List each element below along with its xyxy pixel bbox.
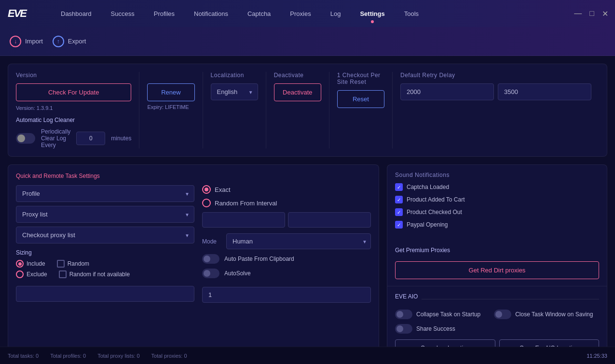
share-success-toggle[interactable] [395, 324, 412, 334]
checkout-proxy-select[interactable]: Checkout proxy list [16, 227, 194, 243]
cart-label: Product Added To Cart [407, 196, 465, 203]
nav-log[interactable]: Log [321, 6, 351, 21]
mode-label: Mode [202, 238, 221, 245]
nav-dashboard[interactable]: Dashboard [51, 6, 101, 21]
log-interval-input[interactable] [76, 132, 105, 145]
expiry-text: Expiry: LIFETIME [147, 104, 194, 110]
maximize-button[interactable]: □ [588, 7, 596, 20]
import-icon: ↓ [10, 36, 21, 47]
nav-profiles[interactable]: Profiles [144, 6, 184, 21]
close-button[interactable]: ✕ [600, 7, 610, 20]
sound-cart-item[interactable]: Product Added To Cart [395, 196, 599, 203]
exact-option[interactable]: Exact [202, 185, 371, 194]
paypal-checkbox [395, 221, 403, 229]
open-log-location-button[interactable]: Open Log Location [395, 339, 495, 347]
quick-right-col: Exact Random From Interval Mode [202, 185, 371, 303]
random-interval-radio [202, 199, 211, 207]
deactivate-button[interactable]: Deactivate [274, 83, 321, 101]
export-button[interactable]: ↑ Export [53, 36, 86, 47]
exclude-option[interactable]: Exclude [16, 270, 47, 278]
sizing-exclude-row: Exclude Random if not available [16, 270, 194, 278]
checkout-label: Product Checked Out [407, 209, 462, 216]
retry-input-1[interactable] [400, 83, 494, 100]
autosolve-toggle[interactable] [202, 269, 219, 278]
sizing-input[interactable] [16, 286, 194, 302]
eveaio-title: EVE AIO [395, 293, 418, 300]
bottom-row: Quick and Remote Task Settings Profile ▼ [8, 164, 607, 347]
close-window-label: Close Task Window on Saving [515, 311, 593, 318]
renew-button[interactable]: Renew [147, 83, 194, 101]
collapse-task-toggle[interactable] [395, 310, 412, 319]
sizing-section: Sizing Include Random [16, 249, 194, 302]
nav-proxies[interactable]: Proxies [280, 6, 320, 21]
random-option[interactable]: Random [57, 260, 89, 268]
collapse-task-label: Collapse Task on Startup [416, 311, 480, 318]
proxy-list-select[interactable]: Proxy list [16, 206, 194, 223]
share-success-label: Share Success [416, 325, 455, 332]
nav-notifications[interactable]: Notifications [184, 6, 238, 21]
collapse-task-row: Collapse Task on Startup Close Task Wind… [395, 310, 599, 319]
auto-paste-toggle[interactable] [202, 254, 219, 264]
deactivate-section: Deactivate Deactivate [266, 72, 329, 148]
version-section: Version Check For Update Version: 1.3.9.… [16, 72, 139, 148]
status-time: 11:25:33 [587, 353, 607, 359]
random-interval-option[interactable]: Random From Interval [202, 199, 371, 207]
interval-input-1[interactable] [202, 212, 285, 228]
open-eve-location-button[interactable]: Open EveAIO Location [499, 339, 600, 347]
random-if-option[interactable]: Random if not available [59, 270, 130, 278]
status-tasks: Total tasks: 0 [8, 353, 39, 359]
auto-paste-label: Auto Paste From Clipboard [224, 256, 294, 262]
right-panel: Sound Notifications Captcha Loaded Produ… [387, 164, 607, 347]
random-interval-label: Random From Interval [215, 200, 277, 207]
language-select[interactable]: English French German Spanish [211, 83, 258, 100]
status-bar: Total tasks: 0 Total profiles: 0 Total p… [0, 347, 615, 364]
include-option[interactable]: Include [16, 260, 45, 268]
status-info: Total tasks: 0 Total profiles: 0 Total p… [8, 353, 187, 359]
cart-checkbox [395, 196, 403, 203]
status-profiles: Total profiles: 0 [50, 353, 86, 359]
retry-section: Default Retry Delay [393, 72, 599, 148]
proxies-card: Get Premium Proxies Get Red Dirt proxies [387, 240, 607, 286]
reset-section-label: 1 Checkout Per Site Reset [337, 72, 384, 85]
random-label: Random [68, 260, 89, 267]
quick-task-card: Quick and Remote Task Settings Profile ▼ [8, 164, 379, 347]
reset-button[interactable]: Reset [337, 90, 384, 108]
interval-input-2[interactable] [288, 212, 371, 228]
mode-select-wrapper: Human ▼ [226, 233, 371, 249]
status-proxy-lists: Total proxy lists: 0 [97, 353, 139, 359]
sizing-title: Sizing [16, 249, 194, 256]
sizing-include-row: Include Random [16, 260, 194, 268]
profile-select[interactable]: Profile [16, 185, 194, 202]
localization-section: Localization English French German Spani… [203, 72, 266, 148]
paypal-label: Paypal Opening [407, 221, 448, 228]
nav-captcha[interactable]: Captcha [238, 6, 280, 21]
retry-input-2[interactable] [498, 83, 591, 100]
sound-paypal-item[interactable]: Paypal Opening [395, 221, 599, 229]
profile-select-row: Profile ▼ [16, 185, 194, 202]
check-update-button[interactable]: Check For Update [16, 83, 131, 101]
quantity-input[interactable] [202, 287, 371, 303]
sound-captcha-item[interactable]: Captcha Loaded [395, 183, 599, 191]
version-label: Version [16, 72, 131, 79]
nav-tools[interactable]: Tools [395, 6, 428, 21]
eveaio-title-row: EVE AIO [395, 293, 599, 305]
include-radio [16, 260, 24, 268]
minimize-button[interactable]: — [572, 7, 584, 20]
close-window-toggle[interactable] [494, 310, 511, 319]
deactivate-section-label: Deactivate [274, 72, 321, 79]
autosolve-row: AutoSolve [202, 269, 371, 278]
reset-section: 1 Checkout Per Site Reset Reset [329, 72, 393, 148]
nav-settings[interactable]: Settings [350, 6, 394, 21]
get-red-dirt-button[interactable]: Get Red Dirt proxies [395, 261, 599, 279]
retry-label: Default Retry Delay [400, 72, 591, 79]
import-button[interactable]: ↓ Import [10, 36, 43, 47]
log-cleaner-section: Automatic Log Cleaner Periodically Clear… [16, 117, 131, 148]
nav-success[interactable]: Success [101, 6, 144, 21]
sound-checkout-item[interactable]: Product Checked Out [395, 208, 599, 216]
mode-select[interactable]: Human [226, 233, 371, 249]
sub-bar: ↓ Import ↑ Export [0, 27, 615, 56]
exact-radio [202, 185, 211, 194]
exclude-radio [16, 270, 24, 278]
eveaio-card: EVE AIO Collapse Task on Startup [387, 286, 607, 347]
log-cleaner-toggle[interactable] [16, 133, 35, 144]
